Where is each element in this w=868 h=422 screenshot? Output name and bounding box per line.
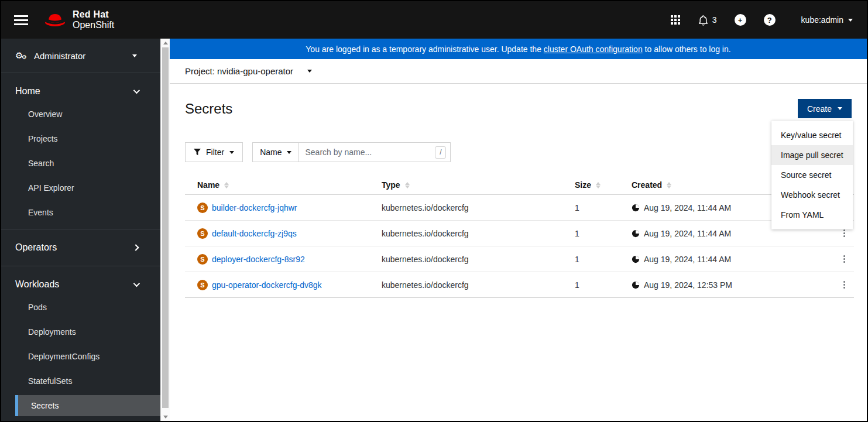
page-title: Secrets (185, 99, 232, 118)
sidebar-item-deploymentconfigs[interactable]: DeploymentConfigs (1, 346, 160, 367)
sort-icon[interactable] (667, 182, 671, 188)
help-icon[interactable]: ? (764, 14, 776, 26)
chevron-down-icon (132, 54, 137, 57)
chevron-down-icon (848, 19, 853, 22)
secret-badge-icon: S (197, 203, 208, 213)
sidebar-item-deployments[interactable]: Deployments (1, 321, 160, 342)
column-header-type[interactable]: Type (382, 180, 575, 190)
banner-text-before: You are logged in as a temporary adminis… (306, 44, 544, 54)
openshift-console-window: Red Hat OpenShift 3 + ? kube:admin (0, 0, 868, 422)
search-attribute-dropdown[interactable]: Name (253, 143, 299, 162)
menu-item-source-secret[interactable]: Source secret (771, 165, 853, 185)
nav-group-operators[interactable]: Operators (1, 235, 160, 260)
timestamp-globe-icon (632, 229, 640, 238)
notification-count: 3 (712, 15, 717, 25)
nav-group-home-label: Home (15, 86, 40, 97)
sort-icon[interactable] (596, 182, 601, 188)
secret-link[interactable]: deployer-dockercfg-8sr92 (212, 255, 305, 264)
secrets-table: Name Type Size Created S builder-dockerc… (185, 176, 854, 298)
bell-icon (698, 15, 709, 26)
secret-link[interactable]: gpu-operator-dockercfg-dv8gk (212, 280, 322, 290)
perspective-switcher[interactable]: ⚙⚙ Administrator (1, 39, 160, 73)
app-launcher-icon[interactable] (671, 15, 680, 25)
nav-section-workloads: Workloads Pods Deployments DeploymentCon… (1, 266, 160, 421)
nav-group-home[interactable]: Home (1, 79, 160, 104)
sort-icon[interactable] (224, 182, 229, 188)
column-header-name[interactable]: Name (185, 180, 382, 190)
filter-button-label: Filter (206, 147, 224, 157)
kebab-menu-icon[interactable] (841, 253, 848, 265)
secret-size: 1 (575, 255, 632, 264)
main-content: You are logged in as a temporary adminis… (170, 39, 867, 421)
create-dropdown-menu: Key/value secret Image pull secret Sourc… (771, 121, 853, 229)
secret-type: kubernetes.io/dockercfg (382, 203, 575, 212)
hamburger-menu-icon[interactable] (14, 15, 28, 25)
sidebar-item-secrets[interactable]: Secrets (15, 395, 160, 416)
user-menu[interactable]: kube:admin (801, 15, 853, 25)
banner-text-after: to allow others to log in. (643, 44, 731, 54)
sidebar-nav: ⚙⚙ Administrator Home Overview Projects … (1, 39, 160, 421)
project-selector[interactable]: Project: nvidia-gpu-operator (170, 59, 867, 84)
secret-size: 1 (575, 203, 632, 212)
search-input[interactable] (299, 143, 435, 162)
secret-size: 1 (575, 280, 632, 290)
sidebar-item-events[interactable]: Events (1, 202, 160, 223)
chevron-down-icon (287, 151, 291, 154)
timestamp-globe-icon (632, 255, 640, 263)
username: kube:admin (801, 15, 843, 25)
table-row: S deployer-dockercfg-8sr92 kubernetes.io… (185, 246, 854, 272)
sidebar-item-configmaps[interactable]: ConfigMaps (1, 420, 160, 421)
create-button[interactable]: Create (798, 99, 852, 118)
scroll-up-arrow-icon[interactable] (161, 39, 170, 47)
filter-button[interactable]: Filter (185, 142, 243, 162)
chevron-right-icon (132, 244, 139, 251)
secret-link[interactable]: builder-dockercfg-jqhwr (212, 203, 297, 212)
menu-item-key-value-secret[interactable]: Key/value secret (771, 125, 853, 145)
secret-created: Aug 19, 2024, 11:44 AM (644, 203, 731, 212)
sidebar-item-api-explorer[interactable]: API Explorer (1, 177, 160, 198)
scrollbar-thumb[interactable] (162, 47, 169, 408)
sort-icon[interactable] (405, 182, 410, 188)
sidebar-item-projects[interactable]: Projects (1, 128, 160, 149)
nav-group-workloads-label: Workloads (15, 279, 59, 290)
secret-badge-icon: S (197, 228, 208, 239)
list-toolbar: Filter Name / (185, 142, 852, 162)
sidebar-item-search[interactable]: Search (1, 153, 160, 174)
column-header-size[interactable]: Size (575, 180, 632, 190)
notifications-button[interactable]: 3 (698, 15, 717, 26)
masthead: Red Hat OpenShift 3 + ? kube:admin (1, 1, 867, 39)
project-selector-label: Project: nvidia-gpu-operator (185, 66, 293, 76)
sidebar-scrollbar[interactable] (160, 39, 170, 421)
chevron-down-icon (838, 107, 842, 110)
sidebar-item-overview[interactable]: Overview (1, 104, 160, 125)
cogs-icon: ⚙⚙ (15, 50, 28, 61)
table-row: S default-dockercfg-zj9qs kubernetes.io/… (185, 221, 854, 246)
scroll-down-arrow-icon[interactable] (161, 413, 170, 421)
chevron-down-icon (229, 151, 234, 154)
table-row: S gpu-operator-dockercfg-dv8gk kubernete… (185, 272, 854, 298)
redhat-fedora-icon (43, 12, 67, 29)
search-shortcut-hint: / (435, 146, 446, 159)
perspective-label: Administrator (34, 51, 132, 61)
secret-badge-icon: S (197, 254, 208, 265)
redhat-openshift-logo[interactable]: Red Hat OpenShift (43, 9, 114, 30)
brand-line2: OpenShift (73, 20, 114, 30)
quick-create-icon[interactable]: + (735, 14, 746, 26)
sidebar-item-statefulsets[interactable]: StatefulSets (1, 370, 160, 392)
secret-link[interactable]: default-dockercfg-zj9qs (212, 229, 297, 238)
menu-item-image-pull-secret[interactable]: Image pull secret (771, 145, 853, 165)
menu-item-webhook-secret[interactable]: Webhook secret (771, 185, 853, 205)
menu-item-from-yaml[interactable]: From YAML (771, 205, 853, 225)
cluster-oauth-configuration-link[interactable]: cluster OAuth configuration (544, 44, 643, 54)
nav-section-home: Home Overview Projects Search API Explor… (1, 73, 160, 223)
chevron-down-icon (133, 87, 140, 94)
table-row: S builder-dockercfg-jqhwr kubernetes.io/… (185, 195, 854, 221)
search-attribute-label: Name (260, 147, 282, 157)
timestamp-globe-icon (632, 204, 640, 212)
secret-created: Aug 19, 2024, 11:44 AM (644, 255, 731, 264)
sidebar-item-pods[interactable]: Pods (1, 297, 160, 318)
secret-type: kubernetes.io/dockercfg (382, 280, 575, 290)
nav-group-workloads[interactable]: Workloads (1, 272, 160, 297)
kebab-menu-icon[interactable] (841, 279, 848, 291)
nav-group-operators-label: Operators (15, 242, 57, 253)
